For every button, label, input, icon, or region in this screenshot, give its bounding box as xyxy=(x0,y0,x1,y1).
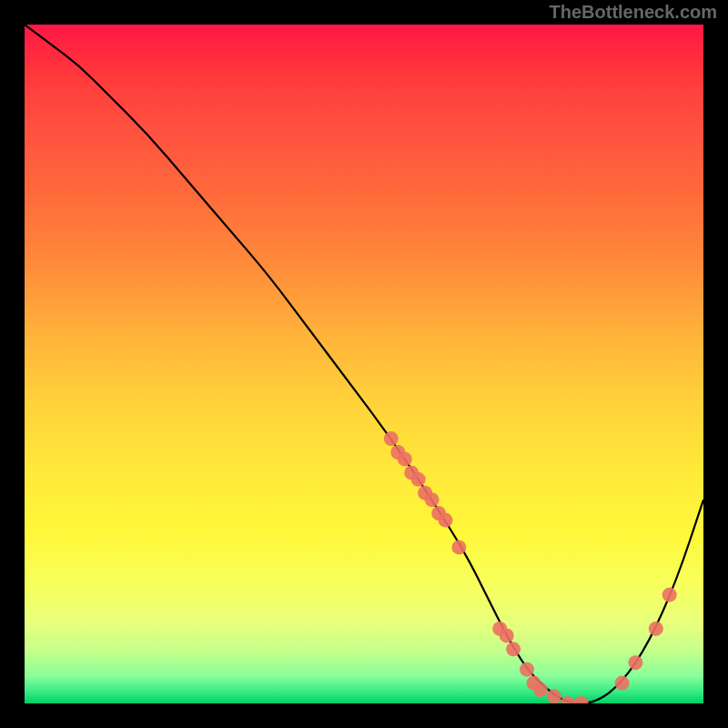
plot-area xyxy=(25,25,703,703)
chart-container: TheBottleneck.com xyxy=(0,0,728,728)
watermark-text: TheBottleneck.com xyxy=(550,2,717,23)
gradient-background xyxy=(25,25,703,703)
